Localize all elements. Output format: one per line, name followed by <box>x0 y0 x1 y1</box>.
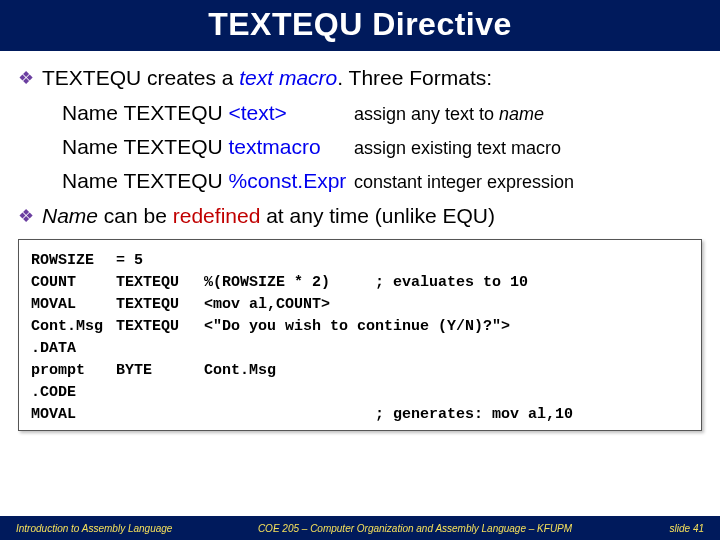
code-line: ROWSIZE= 5 <box>31 250 689 272</box>
code-line: .CODE <box>31 382 689 404</box>
code-a: Cont.Msg <box>31 316 116 338</box>
fmt-r-pre: assign existing text macro <box>354 138 561 158</box>
format-row: Name TEXTEQU <text> assign any text to n… <box>62 101 702 125</box>
bullet-1: ❖ TEXTEQU creates a text macro. Three Fo… <box>18 65 702 91</box>
format-right: constant integer expression <box>354 172 574 193</box>
code-a: prompt <box>31 360 116 382</box>
code-b <box>116 404 204 426</box>
bullet-2-text: Name can be redefined at any time (unlik… <box>42 203 495 229</box>
footer-mid: COE 205 – Computer Organization and Asse… <box>200 523 630 534</box>
code-b <box>116 338 204 360</box>
slide-title: TEXTEQU Directive <box>0 6 720 43</box>
code-a: MOVAL <box>31 404 116 426</box>
code-c: %(ROWSIZE * 2) ; evaluates to 10 <box>204 272 689 294</box>
fmt-blue: %const.Expr <box>228 169 346 192</box>
code-c: ; generates: mov al,10 <box>204 404 689 426</box>
code-b <box>116 382 204 404</box>
b2-red: redefined <box>173 204 261 227</box>
code-line: MOVAL ; generates: mov al,10 <box>31 404 689 426</box>
format-row: Name TEXTEQU textmacro assign existing t… <box>62 135 702 159</box>
code-c: <"Do you wish to continue (Y/N)?"> <box>204 316 689 338</box>
code-a: .DATA <box>31 338 116 360</box>
fmt-r-pre: constant integer expression <box>354 172 574 192</box>
fmt-blue: <text> <box>228 101 286 124</box>
code-c <box>204 338 689 360</box>
footer-left: Introduction to Assembly Language <box>0 523 200 534</box>
code-a: .CODE <box>31 382 116 404</box>
title-bar: TEXTEQU Directive <box>0 0 720 51</box>
code-c: <mov al,COUNT> <box>204 294 689 316</box>
bullet-2: ❖ Name can be redefined at any time (unl… <box>18 203 702 229</box>
format-row: Name TEXTEQU %const.Expr constant intege… <box>62 169 702 193</box>
code-example-box: ROWSIZE= 5 COUNTTEXTEQU%(ROWSIZE * 2) ; … <box>18 239 702 431</box>
content-area: ❖ TEXTEQU creates a text macro. Three Fo… <box>0 51 720 229</box>
code-a: COUNT <box>31 272 116 294</box>
code-a: MOVAL <box>31 294 116 316</box>
code-line: MOVALTEXTEQU<mov al,COUNT> <box>31 294 689 316</box>
code-c: Cont.Msg <box>204 360 689 382</box>
footer-right: slide 41 <box>630 523 720 534</box>
b2-mid: can be <box>98 204 173 227</box>
code-line: Cont.MsgTEXTEQU<"Do you wish to continue… <box>31 316 689 338</box>
fmt-pre: Name TEXTEQU <box>62 169 228 192</box>
code-c <box>204 250 689 272</box>
diamond-icon: ❖ <box>18 203 34 229</box>
fmt-blue: textmacro <box>228 135 320 158</box>
format-left: Name TEXTEQU %const.Expr <box>62 169 354 193</box>
b2-post: at any time (unlike EQU) <box>260 204 495 227</box>
bullet-1-text: TEXTEQU creates a text macro. Three Form… <box>42 65 492 91</box>
b1-em: text macro <box>239 66 337 89</box>
formats-list: Name TEXTEQU <text> assign any text to n… <box>62 101 702 193</box>
format-right: assign any text to name <box>354 104 544 125</box>
b2-pre: Name <box>42 204 98 227</box>
format-left: Name TEXTEQU textmacro <box>62 135 354 159</box>
code-a: ROWSIZE <box>31 250 116 272</box>
code-b: TEXTEQU <box>116 272 204 294</box>
code-b: TEXTEQU <box>116 294 204 316</box>
code-line: promptBYTECont.Msg <box>31 360 689 382</box>
fmt-pre: Name TEXTEQU <box>62 135 228 158</box>
diamond-icon: ❖ <box>18 65 34 91</box>
fmt-r-pre: assign any text to <box>354 104 499 124</box>
code-b: TEXTEQU <box>116 316 204 338</box>
code-b: BYTE <box>116 360 204 382</box>
b1-pre: TEXTEQU creates a <box>42 66 239 89</box>
b1-post: . Three Formats: <box>337 66 492 89</box>
format-right: assign existing text macro <box>354 138 561 159</box>
fmt-r-em: name <box>499 104 544 124</box>
fmt-pre: Name TEXTEQU <box>62 101 228 124</box>
code-b: = 5 <box>116 250 204 272</box>
code-line: .DATA <box>31 338 689 360</box>
format-left: Name TEXTEQU <text> <box>62 101 354 125</box>
code-c <box>204 382 689 404</box>
footer-bar: Introduction to Assembly Language COE 20… <box>0 516 720 540</box>
code-line: COUNTTEXTEQU%(ROWSIZE * 2) ; evaluates t… <box>31 272 689 294</box>
